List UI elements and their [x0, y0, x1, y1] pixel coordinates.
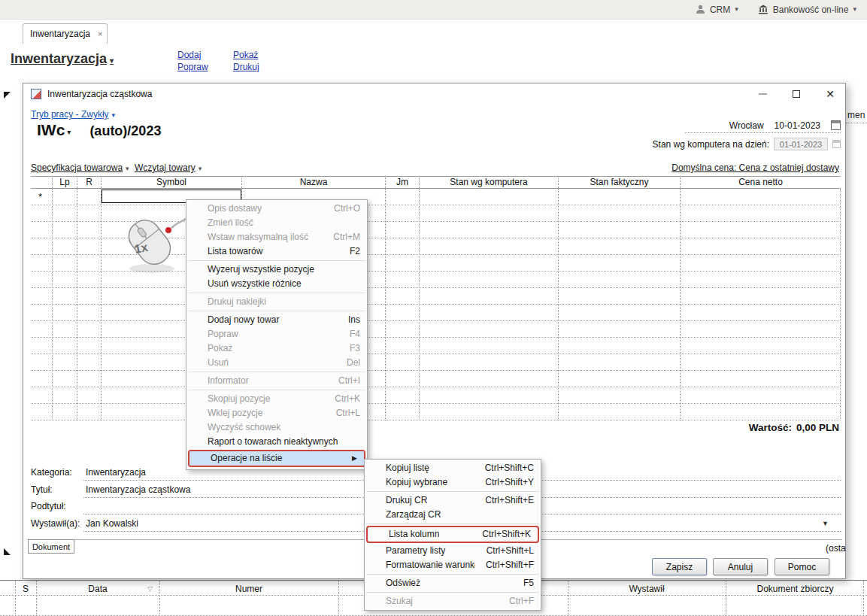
- page-title[interactable]: Inwentaryzacja ▾: [11, 51, 114, 67]
- splitter-collapse-icon[interactable]: [4, 92, 11, 99]
- grid-col-dokument-zbiorczy[interactable]: Dokument zbiorczy: [726, 584, 865, 594]
- date-row: Wrocław 10-01-2023: [685, 118, 841, 133]
- menu-item-parametry-listy[interactable]: Parametry listyCtrl+Shift+L: [365, 544, 541, 558]
- menu-item-usun-wszystkie-roznice[interactable]: Usuń wszystkie różnice: [186, 277, 367, 291]
- city-value[interactable]: Wrocław: [729, 120, 764, 131]
- col-symbol[interactable]: Symbol: [101, 177, 241, 188]
- work-mode-link[interactable]: Tryb pracy - Zwykły ▾: [31, 109, 115, 120]
- grid-col-data[interactable]: Data: [36, 584, 159, 594]
- menu-item-kopiuj-liste[interactable]: Kopiuj listęCtrl+Shift+C: [365, 461, 541, 475]
- menu-item-wklej-pozycje[interactable]: Wklej pozycjeCtrl+L: [186, 406, 367, 420]
- menu-item-drukuj-naklejki[interactable]: Drukuj naklejki: [186, 295, 367, 309]
- col-stan-wg-komputera[interactable]: Stan wg komputera: [419, 177, 558, 188]
- menu-item-drukuj-cr[interactable]: Drukuj CRCtrl+Shift+E: [365, 493, 541, 508]
- table-row[interactable]: [31, 288, 841, 305]
- new-row-marker: *: [38, 191, 42, 202]
- col-r[interactable]: R: [77, 177, 101, 188]
- menu-item-lista-kolumn[interactable]: Lista kolumnCtrl+Shift+K: [368, 527, 538, 542]
- divider: [726, 581, 726, 616]
- chevron-down-icon: ▾: [126, 165, 129, 172]
- crm-label: CRM: [710, 5, 730, 15]
- podtytul-label: Podtytuł:: [31, 501, 66, 511]
- table-row[interactable]: [31, 305, 841, 321]
- grid-col-numer[interactable]: Numer: [159, 584, 338, 594]
- menu-item-lista-towarow[interactable]: Lista towarówF2: [186, 244, 367, 259]
- calendar-icon[interactable]: [831, 120, 841, 130]
- menu-item-popraw[interactable]: PoprawF4: [186, 327, 367, 341]
- menu-item-informator[interactable]: InformatorCtrl+I: [186, 374, 367, 388]
- divider: [846, 123, 867, 123]
- crm-menu[interactable]: CRM ▾: [696, 5, 738, 15]
- menu-item-formatowanie-warunkowe[interactable]: Formatowanie warunkoweCtrl+Shift+F: [365, 558, 541, 572]
- col-nazwa[interactable]: Nazwa: [241, 177, 385, 188]
- menu-item-operacje-na-liscie[interactable]: Operacje na liście ▶: [189, 451, 364, 466]
- col-stan-faktyczny[interactable]: Stan faktyczny: [558, 177, 680, 188]
- dialog-titlebar[interactable]: Inwentaryzacja cząstkowa ✕: [23, 83, 845, 105]
- menu-item-wstaw-maksymalna-ilosc[interactable]: Wstaw maksymalną ilośćCtrl+M: [186, 230, 367, 244]
- menu-item-wyczysc-schowek[interactable]: Wyczyść schowek: [186, 420, 367, 435]
- table-row[interactable]: [31, 354, 841, 371]
- divider: [52, 189, 53, 420]
- divider: [159, 581, 160, 616]
- doc-number: (auto)/2023: [89, 123, 161, 139]
- menu-item-zarzadzaj-cr[interactable]: Zarządzaj CR: [365, 508, 541, 522]
- menu-item-zmien-ilosc[interactable]: Zmień ilość: [186, 216, 367, 230]
- menu-separator: [366, 523, 539, 524]
- items-table-header: Lp R Symbol Nazwa Jm Stan wg komputera S…: [31, 176, 841, 189]
- menu-item-szukaj[interactable]: SzukajCtrl+F: [365, 594, 541, 608]
- table-row[interactable]: [31, 338, 841, 354]
- add-link[interactable]: Dodaj: [177, 50, 201, 60]
- divider: [101, 189, 102, 420]
- tytul-value[interactable]: Inwentaryzacja cząstkowa: [86, 484, 190, 495]
- edit-link[interactable]: Popraw: [177, 62, 208, 72]
- dialog-icon: [31, 89, 41, 99]
- menu-item-odswiez[interactable]: OdświeżF5: [365, 576, 541, 590]
- menu-item-wyzeruj-wszystkie-pozycje[interactable]: Wyzeruj wszystkie pozycje: [186, 262, 367, 277]
- menu-item-kopiuj-wybrane[interactable]: Kopiuj wybraneCtrl+Shift+Y: [365, 475, 541, 490]
- kategoria-value[interactable]: Inwentaryzacja: [86, 467, 146, 478]
- maximize-icon[interactable]: [793, 90, 800, 98]
- print-link[interactable]: Drukuj: [233, 62, 259, 72]
- minimize-icon[interactable]: [759, 93, 767, 95]
- grid-col-wystawil[interactable]: Wystawił: [568, 584, 726, 594]
- banking-menu[interactable]: Bankowość on-line ▾: [758, 5, 856, 15]
- tab-inwentaryzacja[interactable]: Inwentaryzacja ×: [23, 23, 108, 44]
- default-price-link[interactable]: Domyślna cena: Cena z ostatniej dostawy: [671, 162, 839, 173]
- menu-item-dodaj-nowy-towar[interactable]: Dodaj nowy towarIns: [186, 313, 367, 327]
- spec-towarowa-menu[interactable]: Specyfikacja towarowa ▾: [31, 162, 129, 173]
- submenu-arrow-icon: ▶: [352, 451, 357, 466]
- col-lp[interactable]: Lp: [52, 177, 77, 188]
- grid-col-s[interactable]: S: [17, 584, 35, 594]
- wczytaj-towary-menu[interactable]: Wczytaj towary ▾: [135, 162, 202, 173]
- show-link[interactable]: Pokaż: [233, 50, 258, 60]
- splitter-collapse-icon[interactable]: [4, 548, 11, 555]
- menu-item-raport-o-towarach-nieaktywnych[interactable]: Raport o towarach nieaktywnych: [186, 435, 367, 449]
- table-row[interactable]: [31, 387, 841, 404]
- chevron-down-icon: ▾: [112, 112, 116, 119]
- sort-icon[interactable]: ▽: [147, 585, 153, 593]
- dropdown-icon[interactable]: ▼: [822, 520, 829, 527]
- close-icon[interactable]: ✕: [826, 89, 835, 99]
- doc-type: IWc: [37, 121, 65, 139]
- menu-item-usun[interactable]: UsuńDel: [186, 356, 367, 370]
- doc-type-selector[interactable]: IWc ▾ (auto)/2023: [37, 121, 161, 139]
- col-cena-netto[interactable]: Cena netto: [680, 177, 841, 188]
- table-row[interactable]: [31, 321, 841, 338]
- wystawil-value[interactable]: Jan Kowalski: [86, 518, 138, 529]
- wystawil-label: Wystawił(a):: [31, 518, 80, 529]
- operations-submenu: Kopiuj listęCtrl+Shift+C Kopiuj wybraneC…: [364, 459, 541, 611]
- divider: [840, 189, 841, 420]
- tab-close-icon[interactable]: ×: [98, 29, 102, 38]
- issue-date-field[interactable]: 10-01-2023: [775, 120, 820, 131]
- tab-dokument[interactable]: Dokument: [28, 539, 74, 554]
- save-button[interactable]: Zapisz: [652, 558, 707, 575]
- col-jm[interactable]: Jm: [385, 177, 419, 188]
- menu-item-pokaz[interactable]: PokażF3: [186, 341, 367, 356]
- cancel-button[interactable]: Anuluj: [713, 558, 768, 575]
- menu-item-opis-dostawy[interactable]: Opis dostawyCtrl+O: [186, 202, 367, 216]
- menu-separator: [188, 260, 365, 261]
- table-row[interactable]: [31, 404, 841, 420]
- help-button[interactable]: Pomoc: [775, 558, 829, 575]
- menu-item-skopiuj-pozycje[interactable]: Skopiuj pozycjeCtrl+K: [186, 392, 367, 406]
- table-row[interactable]: [31, 371, 841, 387]
